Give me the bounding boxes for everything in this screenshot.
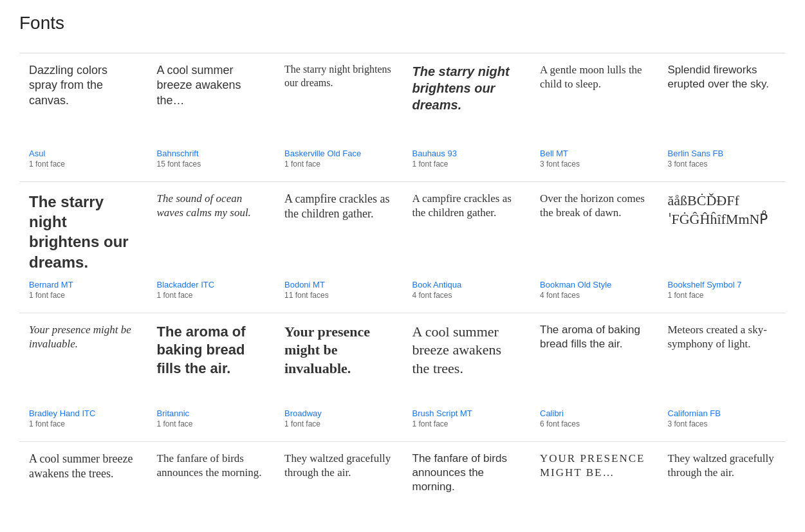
font-card: Dazzling colors spray from the canvas.As… (19, 53, 147, 181)
font-name-link[interactable]: Bookman Old Style (540, 280, 649, 289)
font-name-link[interactable]: Asul (29, 149, 138, 158)
font-sample: They waltzed gracefully through the air. (668, 452, 777, 529)
font-name-link[interactable]: Bahnschrift (157, 149, 266, 158)
font-faces-count: 1 font face (157, 291, 266, 300)
font-faces-count: 1 font face (412, 419, 521, 428)
font-sample: Over the horizon comes the break of dawn… (540, 192, 649, 272)
font-card: Your presence might be invaluable.Bradle… (19, 313, 147, 441)
page-title: Fonts (19, 13, 786, 33)
font-sample: Your presence might be invaluable. (29, 323, 138, 401)
font-card: A campfire crackles as the children gath… (403, 181, 531, 313)
font-card: Meteors created a sky-symphony of light.… (658, 313, 786, 441)
font-name-link[interactable]: Californian FB (668, 408, 777, 418)
font-name-link[interactable]: Bookshelf Symbol 7 (668, 280, 777, 289)
font-card: Your presence might be invaluable.Broadw… (275, 313, 403, 441)
font-name-link[interactable]: Britannic (157, 408, 266, 418)
font-card: A cool summer breeze awakens the…Bahnsch… (147, 53, 275, 181)
font-faces-count: 3 font faces (668, 160, 777, 169)
font-faces-count: 1 font face (157, 419, 266, 428)
font-name-link[interactable]: Bernard MT (29, 280, 138, 289)
font-card: The aroma of baking bread fills the air.… (530, 313, 658, 441)
font-name-link[interactable]: Berlin Sans FB (668, 149, 777, 158)
font-sample: YOUR PRESENCE MIGHT BE… (540, 452, 649, 529)
font-name-link[interactable]: Blackadder ITC (157, 280, 266, 289)
font-faces-count: 1 font face (284, 419, 393, 428)
font-sample: A cool summer breeze awakens the… (157, 63, 266, 141)
font-card: The fanfare of birds announces the morni… (147, 441, 275, 532)
font-sample: The sound of ocean waves calms my soul. (157, 192, 266, 272)
font-faces-count: 11 font faces (284, 291, 393, 300)
font-card: ăåßBĊĎÐFfˈFĠĜĤĥîfMmNP̊Bookshelf Symbol 7… (658, 181, 786, 313)
font-card: A campfire crackles as the children gath… (275, 181, 403, 313)
font-faces-count: 4 font faces (412, 291, 521, 300)
font-faces-count: 1 font face (29, 160, 138, 169)
font-sample: Splendid fireworks erupted over the sky. (668, 63, 777, 141)
font-card: YOUR PRESENCE MIGHT BE…Castellar1 font f… (530, 441, 658, 532)
font-sample: The starry night brightens our dreams. (284, 63, 393, 141)
font-name-link[interactable]: Bodoni MT (284, 280, 393, 289)
font-sample: The fanfare of birds announces the morni… (412, 452, 521, 529)
font-sample: Dazzling colors spray from the canvas. (29, 63, 138, 141)
font-card: The starry night brightens our dreams.Be… (19, 181, 147, 313)
font-card: Over the horizon comes the break of dawn… (530, 181, 658, 313)
font-card: The starry night brightens our dreams.Ba… (275, 53, 403, 181)
font-card: The fanfare of birds announces the morni… (403, 441, 531, 532)
font-name-link[interactable]: Book Antiqua (412, 280, 521, 289)
font-sample: A cool summer breeze awakens the trees. (29, 452, 138, 529)
font-name-link[interactable]: Baskerville Old Face (284, 149, 393, 158)
font-sample: The starry night brightens our dreams. (29, 192, 138, 272)
font-card: Splendid fireworks erupted over the sky.… (658, 53, 786, 181)
font-faces-count: 3 font faces (668, 419, 777, 428)
font-sample: A campfire crackles as the children gath… (284, 192, 393, 272)
font-faces-count: 6 font faces (540, 419, 649, 428)
font-name-link[interactable]: Bell MT (540, 149, 649, 158)
font-sample: Meteors created a sky-symphony of light. (668, 323, 777, 401)
font-sample: They waltzed gracefully through the air. (284, 452, 393, 529)
font-sample: A campfire crackles as the children gath… (412, 192, 521, 272)
font-card: The starry night brightens our dreams.Ba… (403, 53, 531, 181)
font-sample: A cool summer breeze awakens the trees. (412, 323, 521, 401)
font-faces-count: 1 font face (29, 419, 138, 428)
font-name-link[interactable]: Bauhaus 93 (412, 149, 521, 158)
font-card: They waltzed gracefully through the air.… (658, 441, 786, 532)
font-sample: The aroma of baking bread fills the air. (540, 323, 649, 401)
font-sample: ăåßBĊĎÐFfˈFĠĜĤĥîfMmNP̊ (668, 192, 777, 272)
font-name-link[interactable]: Bradley Hand ITC (29, 408, 138, 418)
font-card: A gentle moon lulls the child to sleep.B… (530, 53, 658, 181)
font-sample: The aroma of baking bread fills the air. (157, 323, 266, 401)
font-card: They waltzed gracefully through the air.… (275, 441, 403, 532)
font-faces-count: 4 font faces (540, 291, 649, 300)
font-sample: The fanfare of birds announces the morni… (157, 452, 266, 529)
font-name-link[interactable]: Brush Script MT (412, 408, 521, 418)
font-sample: The starry night brightens our dreams. (412, 63, 521, 141)
font-card: A cool summer breeze awakens the trees.B… (403, 313, 531, 441)
font-card: The sound of ocean waves calms my soul.B… (147, 181, 275, 313)
font-card: A cool summer breeze awakens the trees.C… (19, 441, 147, 532)
font-faces-count: 1 font face (29, 291, 138, 300)
fonts-grid: Dazzling colors spray from the canvas.As… (19, 53, 786, 532)
font-sample: A gentle moon lulls the child to sleep. (540, 63, 649, 141)
font-card: The aroma of baking bread fills the air.… (147, 313, 275, 441)
font-faces-count: 1 font face (668, 291, 777, 300)
font-sample: Your presence might be invaluable. (284, 323, 393, 401)
font-faces-count: 1 font face (284, 160, 393, 169)
font-name-link[interactable]: Broadway (284, 408, 393, 418)
font-name-link[interactable]: Calibri (540, 408, 649, 418)
font-faces-count: 15 font faces (157, 160, 266, 169)
font-faces-count: 1 font face (412, 160, 521, 169)
font-faces-count: 3 font faces (540, 160, 649, 169)
